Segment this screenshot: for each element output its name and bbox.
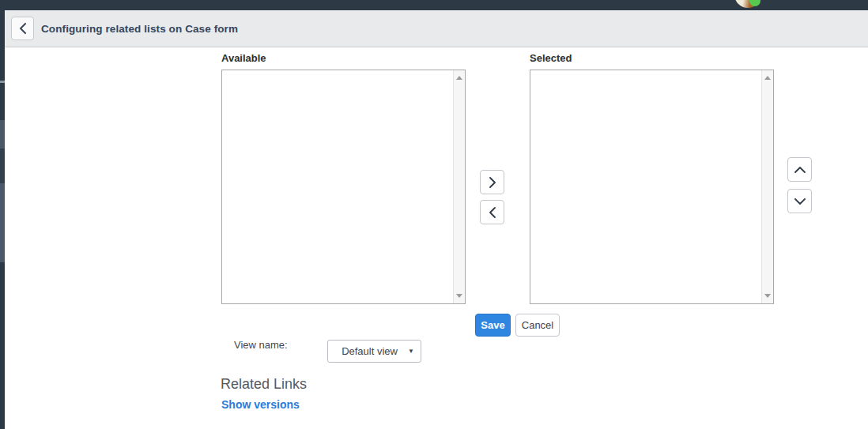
scroll-up-icon[interactable] bbox=[764, 76, 771, 80]
scroll-up-icon[interactable] bbox=[456, 76, 462, 80]
move-down-button[interactable] bbox=[787, 189, 812, 213]
scroll-down-icon[interactable] bbox=[764, 294, 771, 298]
save-button[interactable]: Save bbox=[475, 314, 511, 337]
form-header: Configuring related lists on Case form bbox=[0, 10, 868, 47]
view-name-label: View name: bbox=[234, 339, 288, 351]
chevron-left-icon bbox=[489, 207, 496, 218]
dropdown-caret-icon: ▼ bbox=[408, 348, 421, 355]
available-scrollbar[interactable] bbox=[453, 70, 465, 303]
nav-rail-segment bbox=[0, 10, 5, 81]
view-name-select[interactable]: Default view ▼ bbox=[327, 340, 421, 363]
view-name-selected-value: Default view bbox=[328, 345, 408, 357]
selected-scrollbar[interactable] bbox=[761, 70, 773, 303]
chevron-up-icon bbox=[794, 166, 806, 174]
move-right-button[interactable] bbox=[480, 170, 504, 194]
nav-rail-segment bbox=[0, 183, 5, 262]
top-banner bbox=[0, 0, 868, 10]
chevron-left-icon bbox=[19, 23, 27, 34]
scroll-down-icon[interactable] bbox=[456, 294, 462, 298]
move-up-button[interactable] bbox=[787, 157, 812, 182]
chevron-down-icon bbox=[794, 198, 806, 205]
nav-rail-segment bbox=[0, 83, 5, 120]
nav-rail-segment bbox=[0, 149, 5, 183]
related-links-heading: Related Links bbox=[221, 376, 307, 393]
move-left-button[interactable] bbox=[480, 200, 504, 224]
page-title: Configuring related lists on Case form bbox=[41, 10, 238, 47]
cancel-button[interactable]: Cancel bbox=[515, 314, 560, 337]
selected-listbox[interactable] bbox=[530, 70, 774, 304]
back-button[interactable] bbox=[11, 17, 34, 40]
chevron-right-icon bbox=[489, 177, 496, 188]
presence-indicator-icon bbox=[749, 0, 760, 6]
available-label: Available bbox=[221, 52, 266, 64]
page: Configuring related lists on Case form A… bbox=[0, 0, 868, 429]
nav-rail-segment bbox=[0, 262, 5, 429]
nav-rail-segment bbox=[0, 120, 5, 149]
collapsed-nav-rail[interactable] bbox=[0, 10, 5, 429]
selected-label: Selected bbox=[530, 52, 572, 64]
available-listbox[interactable] bbox=[221, 70, 466, 304]
show-versions-link[interactable]: Show versions bbox=[221, 398, 300, 411]
